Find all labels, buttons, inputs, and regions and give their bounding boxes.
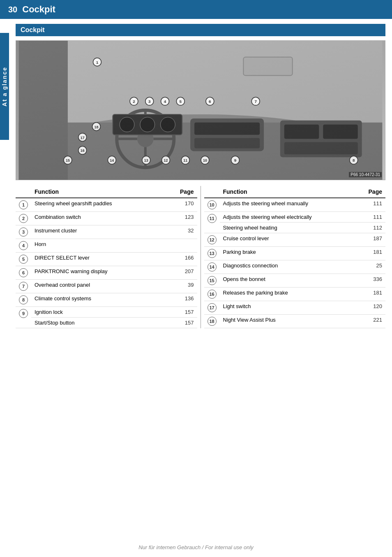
table-row: 17 Light switch 120 [204,301,386,315]
table-row: 3 Instrument cluster 32 [16,225,197,239]
svg-text:10: 10 [203,158,207,162]
section-title: Cockpit [21,26,45,33]
table-row: 7 Overhead control panel 39 [16,280,197,293]
table-row: 12 Cruise control lever 187 [204,233,386,247]
cockpit-image: 1 2 3 4 5 6 7 [16,40,385,180]
side-label: At a glance [0,33,9,140]
footer-text: Nur für internen Gebrauch / For internal… [138,544,254,550]
table-row: 11 Adjusts the steering wheel electrical… [204,212,386,223]
svg-text:1: 1 [96,60,99,65]
tables-container: Function Page 1 Steering wheel gearshift… [16,186,385,328]
table-row: 5 DIRECT SELECT lever 166 [16,253,197,266]
table-row: 13 Parking brake 181 [204,247,386,260]
section-header: Cockpit [16,24,385,36]
table-row: 15 Opens the bonnet 336 [204,274,386,288]
svg-text:3: 3 [148,99,151,104]
header-title: Cockpit [22,4,55,15]
table-row: 9 Ignition lock 157 [16,307,197,318]
svg-text:17: 17 [81,136,85,140]
table-row: 8 Climate control systems 136 [16,293,197,307]
table-row: 2 Combination switch 123 [16,212,197,225]
svg-text:6: 6 [209,99,211,104]
table-row: 14 Diagnostics connection 25 [204,260,386,274]
left-table: Function Page 1 Steering wheel gearshift… [16,186,197,328]
top-header: 30 Cockpit [0,0,392,19]
svg-rect-22 [19,41,383,180]
table-divider [201,186,201,328]
svg-text:7: 7 [254,99,257,104]
table-row: 1 Steering wheel gearshift paddles 170 [16,198,197,212]
svg-text:8: 8 [353,158,355,162]
table-row: 18 Night View Assist Plus 221 [204,315,386,328]
side-label-text: At a glance [1,67,8,107]
right-page-header: Page [365,186,385,198]
table-row: 4 Horn [16,239,197,253]
svg-text:18: 18 [95,125,99,129]
table-row: 6 PARKTRONIC warning display 207 [16,266,197,280]
left-function-header: Function [31,186,177,198]
table-row: 16 Releases the parking brake 181 [204,288,386,301]
svg-text:11: 11 [183,158,187,162]
svg-text:4: 4 [164,99,166,104]
right-function-header: Function [220,186,365,198]
footer: Nur für internen Gebrauch / For internal… [0,544,392,550]
svg-text:16: 16 [81,149,85,153]
cockpit-diagram: 1 2 3 4 5 6 7 [16,41,385,180]
right-table: Function Page 10 Adjusts the steering wh… [204,186,386,328]
svg-text:14: 14 [110,158,114,162]
main-content: Cockpit [9,19,392,333]
table-row: Start/Stop button 157 [16,318,197,328]
cockpit-svg: 1 2 3 4 5 6 7 [16,41,385,180]
svg-text:2: 2 [133,99,135,104]
image-code: P66 10-4472-31 [349,172,382,177]
left-page-header: Page [177,186,197,198]
table-row: Steering wheel heating 112 [204,223,386,233]
page-number: 30 [8,5,17,14]
svg-text:13: 13 [144,158,148,162]
svg-text:15: 15 [66,158,70,162]
svg-text:9: 9 [234,158,237,162]
table-row: 10 Adjusts the steering wheel manually 1… [204,198,386,212]
svg-text:5: 5 [180,99,182,104]
svg-text:12: 12 [164,158,168,162]
